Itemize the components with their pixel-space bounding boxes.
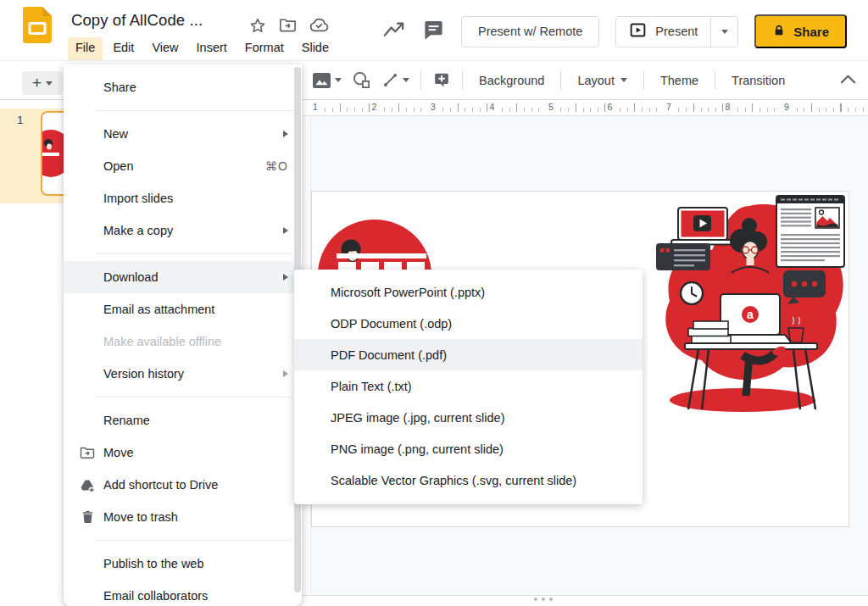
browser-card bbox=[776, 196, 844, 267]
download-submenu: Microsoft PowerPoint (.pptx) ODP Documen… bbox=[294, 270, 643, 504]
filmstrip: 1 bbox=[0, 100, 64, 606]
horizontal-ruler: 1 2 3 4 5 6 7 8 9 bbox=[301, 100, 868, 116]
menu-item-move[interactable]: Move bbox=[64, 436, 302, 469]
ruler-number: 5 bbox=[546, 102, 556, 112]
submenu-item-svg[interactable]: Scalable Vector Graphics (.svg, current … bbox=[294, 464, 643, 496]
chevron-down-icon bbox=[620, 78, 627, 82]
ruler-number: 7 bbox=[664, 102, 674, 112]
keyboard-shortcut: ⌘O bbox=[265, 159, 288, 173]
submenu-arrow-icon bbox=[283, 370, 288, 377]
background-label: Background bbox=[479, 74, 544, 87]
comment-icon[interactable] bbox=[422, 19, 445, 45]
present-with-remote-button[interactable]: Present w/ Remote bbox=[461, 16, 599, 47]
submenu-arrow-icon bbox=[283, 227, 288, 234]
document-title[interactable]: Copy of AllCode ... bbox=[71, 11, 203, 30]
slides-logo-icon bbox=[23, 7, 52, 43]
laptop-logo-letter: a bbox=[747, 308, 754, 321]
present-dropdown-button[interactable] bbox=[710, 17, 737, 47]
menu-separator bbox=[96, 540, 292, 541]
menu-separator bbox=[96, 397, 292, 398]
menubar-slide[interactable]: Slide bbox=[294, 37, 337, 60]
menu-item-email-as-attachment[interactable]: Email as attachment bbox=[64, 293, 302, 325]
menu-item-rename[interactable]: Rename bbox=[64, 404, 302, 436]
insert-shape-button[interactable] bbox=[347, 67, 376, 94]
chevron-down-icon bbox=[46, 81, 53, 86]
cloud-saved-icon[interactable] bbox=[309, 14, 330, 39]
insert-image-icon bbox=[312, 72, 331, 89]
ruler-number: 8 bbox=[723, 102, 733, 112]
chevron-up-icon bbox=[839, 73, 857, 85]
menubar-view[interactable]: View bbox=[144, 37, 186, 60]
menu-item-make-a-copy[interactable]: Make a copy bbox=[64, 214, 302, 247]
menu-item-email-collaborators[interactable]: Email collaborators bbox=[64, 580, 302, 606]
layout-button[interactable]: Layout bbox=[567, 67, 637, 94]
menu-item-publish-to-the-web[interactable]: Publish to the web bbox=[64, 548, 302, 580]
new-slide-button[interactable]: + bbox=[22, 71, 63, 95]
present-button[interactable]: Present bbox=[616, 17, 710, 47]
menu-item-new[interactable]: New bbox=[64, 118, 302, 150]
insert-line-icon bbox=[381, 71, 399, 89]
submenu-item-jpeg[interactable]: JPEG image (.jpg, current slide) bbox=[294, 402, 643, 433]
toolbar-separator bbox=[643, 70, 644, 90]
slides-logo[interactable] bbox=[23, 7, 52, 47]
layout-label: Layout bbox=[577, 74, 615, 87]
insert-comment-button[interactable] bbox=[427, 67, 456, 94]
slide-number: 1 bbox=[17, 114, 24, 126]
toolbar-separator bbox=[462, 70, 463, 90]
menubar: File Edit View Insert Format Slide bbox=[68, 37, 337, 60]
share-button[interactable]: Share bbox=[754, 14, 847, 48]
file-menu: Share New Open ⌘O Import slides Make a c… bbox=[64, 64, 302, 606]
menubar-file[interactable]: File bbox=[68, 37, 103, 60]
chevron-down-icon bbox=[403, 78, 409, 82]
star-icon[interactable] bbox=[248, 16, 267, 38]
present-label: Present bbox=[655, 25, 698, 38]
stats-icon[interactable] bbox=[381, 19, 406, 44]
ruler-number: 9 bbox=[782, 102, 792, 112]
menu-separator bbox=[96, 110, 292, 111]
google-slides-window: Copy of AllCode ... File Edit View Inser… bbox=[0, 0, 868, 606]
menu-item-open[interactable]: Open ⌘O bbox=[64, 150, 302, 182]
menu-item-add-shortcut-to-drive[interactable]: Add shortcut to Drive bbox=[64, 469, 302, 501]
speaker-notes-panel[interactable] bbox=[301, 595, 868, 606]
present-split-button: Present bbox=[615, 16, 738, 47]
chevron-down-icon bbox=[335, 78, 342, 82]
present-with-remote-label: Present w/ Remote bbox=[478, 25, 582, 38]
menu-item-make-available-offline: Make available offline bbox=[64, 325, 302, 358]
video-card bbox=[671, 208, 734, 245]
insert-line-button[interactable] bbox=[376, 67, 415, 94]
lock-icon bbox=[772, 23, 786, 41]
notes-drag-handle[interactable] bbox=[534, 598, 553, 601]
insert-image-button[interactable] bbox=[307, 67, 347, 94]
menu-separator bbox=[96, 253, 292, 254]
menubar-format[interactable]: Format bbox=[237, 37, 292, 60]
clock bbox=[681, 282, 703, 304]
submenu-item-png[interactable]: PNG image (.png, current slide) bbox=[294, 433, 643, 464]
background-button[interactable]: Background bbox=[469, 67, 554, 94]
menu-item-import-slides[interactable]: Import slides bbox=[64, 182, 302, 214]
chevron-down-icon bbox=[721, 30, 728, 34]
menubar-insert[interactable]: Insert bbox=[189, 37, 235, 60]
submenu-item-pdf[interactable]: PDF Document (.pdf) bbox=[294, 339, 643, 370]
insert-comment-icon bbox=[432, 71, 451, 89]
slide-illustration-right[interactable]: a bbox=[648, 194, 851, 420]
transition-button[interactable]: Transition bbox=[721, 67, 795, 94]
move-folder-icon[interactable] bbox=[278, 15, 298, 38]
submenu-item-odp[interactable]: ODP Document (.odp) bbox=[294, 308, 643, 339]
submenu-item-pptx[interactable]: Microsoft PowerPoint (.pptx) bbox=[294, 276, 643, 308]
share-label: Share bbox=[793, 25, 829, 39]
theme-label: Theme bbox=[660, 74, 698, 87]
ruler-number: 1 bbox=[310, 102, 320, 112]
menu-item-move-to-trash[interactable]: Move to trash bbox=[64, 501, 302, 533]
message-card bbox=[656, 243, 710, 270]
theme-button[interactable]: Theme bbox=[650, 67, 709, 94]
submenu-item-txt[interactable]: Plain Text (.txt) bbox=[294, 370, 643, 402]
menu-item-version-history[interactable]: Version history bbox=[64, 358, 302, 390]
menubar-edit[interactable]: Edit bbox=[105, 37, 142, 60]
collapse-menus-button[interactable] bbox=[839, 73, 857, 88]
ruler-number: 6 bbox=[605, 102, 615, 112]
folder-move-icon bbox=[78, 436, 97, 469]
transition-label: Transition bbox=[732, 74, 785, 87]
menu-item-download[interactable]: Download bbox=[64, 261, 302, 293]
menu-item-share[interactable]: Share bbox=[64, 71, 302, 103]
drive-shortcut-icon bbox=[78, 469, 97, 501]
